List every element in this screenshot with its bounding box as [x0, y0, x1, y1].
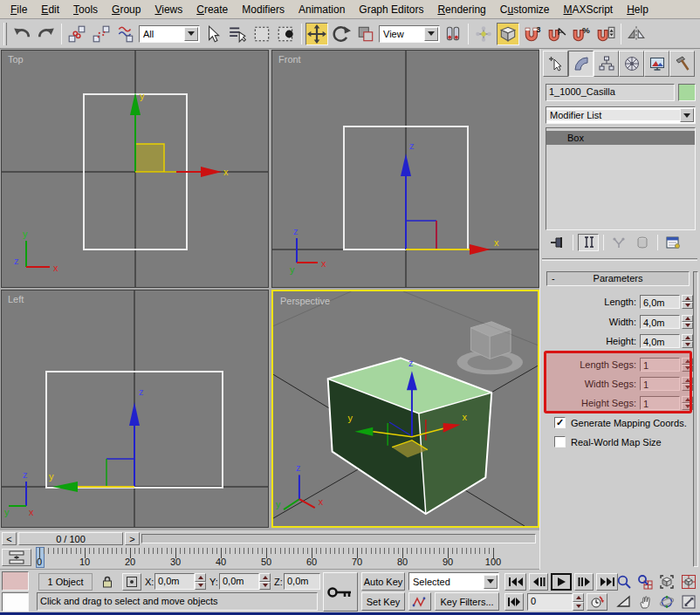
- modifier-stack[interactable]: Box: [546, 127, 696, 230]
- object-name-field[interactable]: 1_1000_Casilla: [546, 84, 675, 101]
- length-spinner[interactable]: [682, 295, 693, 309]
- current-frame-spinner[interactable]: [573, 593, 584, 611]
- undo-button[interactable]: [10, 23, 33, 45]
- next-frame-button[interactable]: [574, 573, 594, 591]
- select-object-button[interactable]: [202, 23, 224, 45]
- viewport-top-label[interactable]: Top: [8, 54, 24, 65]
- previous-frame-button[interactable]: [529, 573, 548, 591]
- current-frame-field[interactable]: 0: [527, 593, 573, 611]
- select-by-name-button[interactable]: [226, 23, 249, 45]
- menu-group[interactable]: Group: [105, 1, 148, 18]
- menu-customize[interactable]: Customize: [493, 1, 557, 18]
- move-gizmo-plane-handle[interactable]: [135, 144, 164, 172]
- dropdown-arrow-icon[interactable]: [424, 27, 438, 41]
- select-and-manipulate-button[interactable]: [472, 23, 495, 45]
- object-color-swatch[interactable]: [678, 84, 696, 101]
- panel-scrollbar[interactable]: [693, 271, 698, 567]
- snap-3d-button[interactable]: 3: [521, 23, 544, 45]
- length-segs-spinner[interactable]: [682, 358, 693, 372]
- default-in-out-tangents-button[interactable]: [408, 592, 431, 611]
- tab-create[interactable]: [543, 51, 568, 77]
- viewport-left[interactable]: z y z y x Left: [1, 290, 269, 528]
- absolute-mode-toggle[interactable]: [122, 573, 141, 591]
- zoom-all-button[interactable]: [635, 572, 655, 591]
- menu-tools[interactable]: Tools: [66, 1, 105, 18]
- reference-coordinate-dropdown[interactable]: View: [379, 25, 440, 43]
- rollout-collapse-glyph[interactable]: -: [552, 272, 555, 285]
- time-slider-track[interactable]: [141, 534, 536, 543]
- window-crossing-toggle-button[interactable]: [275, 23, 298, 45]
- selection-lock-toggle[interactable]: [98, 573, 117, 591]
- viewport-perspective[interactable]: z y x z y x Perspective: [271, 290, 539, 528]
- dropdown-arrow-icon[interactable]: [680, 108, 694, 122]
- x-coord-spinner[interactable]: [195, 573, 206, 590]
- generate-mapping-coords-checkbox[interactable]: ✓: [554, 417, 566, 428]
- height-field[interactable]: 4,0m: [640, 334, 680, 348]
- set-key-button[interactable]: Set Key: [361, 592, 405, 611]
- height-spinner[interactable]: [682, 334, 693, 348]
- dropdown-arrow-icon[interactable]: [484, 575, 498, 589]
- real-world-map-size-checkbox[interactable]: [554, 436, 566, 448]
- play-button[interactable]: [551, 573, 572, 591]
- select-and-scale-button[interactable]: [354, 23, 377, 45]
- modifier-list-dropdown[interactable]: Modifier List: [546, 106, 696, 124]
- y-coord-field[interactable]: 0,0m: [219, 573, 259, 590]
- viewport-top[interactable]: y x y x z Top: [1, 50, 269, 288]
- viewport-perspective-label[interactable]: Perspective: [280, 296, 330, 306]
- move-gizmo-x-axis[interactable]: [470, 244, 491, 255]
- dropdown-arrow-icon[interactable]: [184, 27, 198, 41]
- height-segs-spinner[interactable]: [682, 396, 693, 410]
- viewport-front[interactable]: z x z x y Front: [271, 50, 539, 288]
- time-slider-prev-button[interactable]: <: [2, 532, 17, 545]
- arc-rotate-button[interactable]: [657, 592, 676, 611]
- percent-snap-button[interactable]: %: [570, 23, 593, 45]
- menu-graph-editors[interactable]: Graph Editors: [352, 1, 430, 18]
- maxscript-mini-listener-pink[interactable]: [2, 571, 29, 591]
- set-keys-button[interactable]: [323, 572, 358, 612]
- zoom-extents-button[interactable]: [657, 572, 676, 591]
- menu-animation[interactable]: Animation: [292, 1, 352, 18]
- zoom-button[interactable]: [614, 572, 634, 591]
- tab-display[interactable]: [644, 51, 669, 77]
- make-unique-button[interactable]: [608, 234, 629, 251]
- pan-button[interactable]: [635, 592, 655, 611]
- zoom-extents-all-button[interactable]: [679, 572, 698, 591]
- length-segs-field[interactable]: 1: [640, 358, 680, 372]
- move-gizmo-y-axis[interactable]: [52, 482, 78, 492]
- configure-modifier-sets-button[interactable]: [662, 234, 683, 251]
- select-and-move-button[interactable]: [305, 23, 328, 45]
- time-slider-handle[interactable]: 0 / 100: [18, 532, 123, 545]
- modifier-stack-item-box[interactable]: Box: [546, 131, 695, 145]
- show-end-result-button[interactable]: [578, 234, 599, 251]
- time-slider-next-button[interactable]: >: [125, 532, 140, 545]
- selection-set-dropdown[interactable]: Selected: [408, 572, 499, 591]
- snaps-toggle-button[interactable]: [497, 23, 519, 45]
- maxscript-mini-listener-white[interactable]: [2, 592, 29, 612]
- menu-help[interactable]: Help: [620, 1, 655, 18]
- width-spinner[interactable]: [682, 315, 693, 329]
- rectangular-selection-region-button[interactable]: [250, 23, 273, 45]
- select-and-link-button[interactable]: [65, 23, 88, 45]
- length-field[interactable]: 6,0m: [640, 295, 680, 309]
- tab-modify[interactable]: [568, 51, 594, 77]
- key-filters-button[interactable]: Key Filters...: [435, 592, 499, 611]
- menu-maxscript[interactable]: MAXScript: [557, 1, 621, 18]
- auto-key-button[interactable]: Auto Key: [361, 572, 405, 591]
- width-segs-spinner[interactable]: [682, 377, 693, 391]
- parameters-rollout-header[interactable]: - Parameters: [546, 271, 690, 286]
- toolbar-drag-handle[interactable]: [3, 23, 7, 45]
- mirror-button[interactable]: [625, 23, 648, 45]
- select-and-rotate-button[interactable]: [330, 23, 353, 45]
- width-segs-field[interactable]: 1: [640, 377, 680, 391]
- menu-create[interactable]: Create: [189, 1, 235, 18]
- tab-hierarchy[interactable]: [594, 51, 619, 77]
- time-configuration-button[interactable]: [587, 593, 607, 611]
- bind-to-space-warp-button[interactable]: [114, 23, 137, 45]
- y-coord-spinner[interactable]: [259, 573, 271, 590]
- redo-button[interactable]: [35, 23, 58, 45]
- maximize-viewport-toggle-button[interactable]: [679, 592, 698, 611]
- menu-rendering[interactable]: Rendering: [430, 1, 492, 18]
- menu-edit[interactable]: Edit: [34, 1, 66, 18]
- viewport-front-label[interactable]: Front: [278, 54, 301, 65]
- tab-motion[interactable]: [619, 51, 644, 77]
